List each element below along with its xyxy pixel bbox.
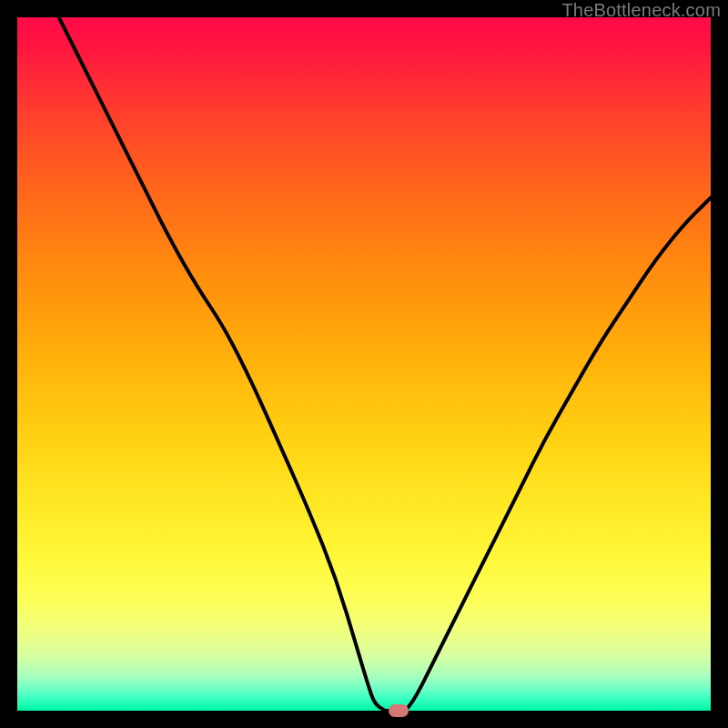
curve-layer (17, 17, 711, 711)
plot-area (17, 17, 711, 711)
bottleneck-curve (59, 17, 711, 711)
watermark-text: TheBottleneck.com (561, 0, 721, 21)
chart-frame: TheBottleneck.com (0, 0, 728, 728)
optimal-marker (389, 704, 409, 717)
